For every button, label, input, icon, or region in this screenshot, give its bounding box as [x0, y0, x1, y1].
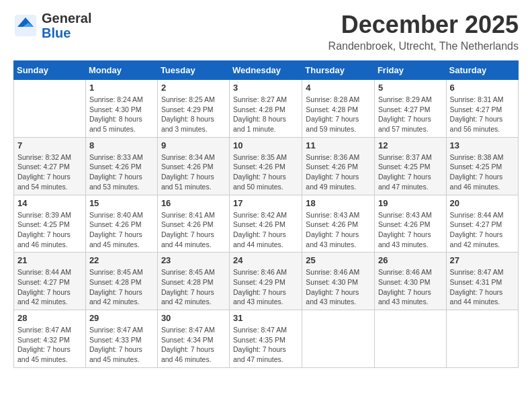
calendar-cell: 20Sunrise: 8:44 AMSunset: 4:27 PMDayligh… — [446, 195, 518, 253]
calendar-cell: 6Sunrise: 8:31 AMSunset: 4:27 PMDaylight… — [446, 80, 518, 138]
page-header: General Blue December 2025 Randenbroek, … — [13, 11, 519, 52]
day-number: 10 — [233, 140, 298, 150]
day-number: 15 — [89, 198, 154, 208]
day-info: Sunrise: 8:32 AMSunset: 4:27 PMDaylight:… — [17, 152, 82, 192]
day-number: 5 — [378, 83, 443, 93]
weekday-header-wednesday: Wednesday — [230, 61, 302, 80]
day-info: Sunrise: 8:46 AMSunset: 4:29 PMDaylight:… — [233, 267, 298, 307]
calendar-cell: 16Sunrise: 8:41 AMSunset: 4:26 PMDayligh… — [157, 195, 229, 253]
day-info: Sunrise: 8:42 AMSunset: 4:26 PMDaylight:… — [233, 210, 298, 250]
day-info: Sunrise: 8:28 AMSunset: 4:28 PMDaylight:… — [306, 95, 371, 134]
day-info: Sunrise: 8:44 AMSunset: 4:27 PMDaylight:… — [17, 267, 82, 307]
calendar-cell: 24Sunrise: 8:46 AMSunset: 4:29 PMDayligh… — [230, 253, 302, 310]
calendar-week-row: 7Sunrise: 8:32 AMSunset: 4:27 PMDaylight… — [14, 137, 519, 195]
calendar-cell: 25Sunrise: 8:46 AMSunset: 4:30 PMDayligh… — [302, 253, 375, 310]
calendar-cell: 21Sunrise: 8:44 AMSunset: 4:27 PMDayligh… — [14, 253, 86, 310]
logo-line1: General — [42, 11, 91, 26]
calendar-week-row: 1Sunrise: 8:24 AMSunset: 4:30 PMDaylight… — [14, 80, 519, 138]
day-info: Sunrise: 8:34 AMSunset: 4:26 PMDaylight:… — [161, 152, 226, 192]
day-info: Sunrise: 8:25 AMSunset: 4:29 PMDaylight:… — [161, 95, 226, 134]
calendar-cell: 19Sunrise: 8:43 AMSunset: 4:26 PMDayligh… — [374, 195, 446, 253]
calendar-week-row: 21Sunrise: 8:44 AMSunset: 4:27 PMDayligh… — [14, 253, 519, 310]
calendar-cell — [446, 310, 518, 368]
day-number: 8 — [89, 140, 154, 150]
day-number: 17 — [233, 198, 298, 208]
title-block: December 2025 Randenbroek, Utrecht, The … — [328, 11, 519, 52]
calendar-cell: 18Sunrise: 8:43 AMSunset: 4:26 PMDayligh… — [302, 195, 375, 253]
weekday-header-sunday: Sunday — [14, 61, 86, 80]
day-number: 25 — [306, 255, 371, 265]
day-number: 28 — [17, 313, 82, 323]
calendar-cell: 29Sunrise: 8:47 AMSunset: 4:33 PMDayligh… — [85, 310, 157, 368]
calendar-cell: 3Sunrise: 8:27 AMSunset: 4:28 PMDaylight… — [230, 80, 302, 138]
calendar-cell: 7Sunrise: 8:32 AMSunset: 4:27 PMDaylight… — [14, 137, 86, 195]
day-info: Sunrise: 8:45 AMSunset: 4:28 PMDaylight:… — [161, 267, 226, 307]
day-number: 12 — [378, 140, 443, 150]
weekday-header-row: SundayMondayTuesdayWednesdayThursdayFrid… — [14, 61, 519, 80]
calendar-cell: 1Sunrise: 8:24 AMSunset: 4:30 PMDaylight… — [85, 80, 157, 138]
day-number: 31 — [233, 313, 298, 323]
day-info: Sunrise: 8:31 AMSunset: 4:27 PMDaylight:… — [450, 95, 515, 134]
day-info: Sunrise: 8:36 AMSunset: 4:26 PMDaylight:… — [306, 152, 371, 192]
day-info: Sunrise: 8:47 AMSunset: 4:31 PMDaylight:… — [450, 267, 515, 307]
day-info: Sunrise: 8:45 AMSunset: 4:28 PMDaylight:… — [89, 267, 154, 307]
calendar-cell: 17Sunrise: 8:42 AMSunset: 4:26 PMDayligh… — [230, 195, 302, 253]
day-number: 21 — [17, 255, 82, 265]
weekday-header-thursday: Thursday — [302, 61, 375, 80]
day-info: Sunrise: 8:43 AMSunset: 4:26 PMDaylight:… — [306, 210, 371, 250]
day-number: 1 — [89, 83, 154, 93]
day-info: Sunrise: 8:38 AMSunset: 4:25 PMDaylight:… — [450, 152, 515, 192]
day-info: Sunrise: 8:35 AMSunset: 4:26 PMDaylight:… — [233, 152, 298, 192]
day-number: 3 — [233, 83, 298, 93]
weekday-header-saturday: Saturday — [446, 61, 518, 80]
day-info: Sunrise: 8:46 AMSunset: 4:30 PMDaylight:… — [378, 267, 443, 307]
day-info: Sunrise: 8:43 AMSunset: 4:26 PMDaylight:… — [378, 210, 443, 250]
day-info: Sunrise: 8:46 AMSunset: 4:30 PMDaylight:… — [306, 267, 371, 307]
calendar-cell: 8Sunrise: 8:33 AMSunset: 4:26 PMDaylight… — [85, 137, 157, 195]
calendar-cell: 2Sunrise: 8:25 AMSunset: 4:29 PMDaylight… — [157, 80, 229, 138]
day-info: Sunrise: 8:44 AMSunset: 4:27 PMDaylight:… — [450, 210, 515, 250]
day-number: 20 — [450, 198, 515, 208]
calendar-cell: 22Sunrise: 8:45 AMSunset: 4:28 PMDayligh… — [85, 253, 157, 310]
logo-line2: Blue — [42, 26, 91, 40]
calendar-week-row: 14Sunrise: 8:39 AMSunset: 4:25 PMDayligh… — [14, 195, 519, 253]
day-number: 27 — [450, 255, 515, 265]
logo-icon — [13, 13, 38, 38]
day-number: 19 — [378, 198, 443, 208]
calendar-cell: 12Sunrise: 8:37 AMSunset: 4:25 PMDayligh… — [374, 137, 446, 195]
calendar-cell: 4Sunrise: 8:28 AMSunset: 4:28 PMDaylight… — [302, 80, 375, 138]
day-info: Sunrise: 8:47 AMSunset: 4:32 PMDaylight:… — [17, 325, 82, 365]
calendar-cell — [14, 80, 86, 138]
calendar-cell: 31Sunrise: 8:47 AMSunset: 4:35 PMDayligh… — [230, 310, 302, 368]
day-info: Sunrise: 8:40 AMSunset: 4:26 PMDaylight:… — [89, 210, 154, 250]
calendar-cell: 13Sunrise: 8:38 AMSunset: 4:25 PMDayligh… — [446, 137, 518, 195]
calendar-cell: 23Sunrise: 8:45 AMSunset: 4:28 PMDayligh… — [157, 253, 229, 310]
calendar-table: SundayMondayTuesdayWednesdayThursdayFrid… — [13, 60, 519, 368]
calendar-cell: 11Sunrise: 8:36 AMSunset: 4:26 PMDayligh… — [302, 137, 375, 195]
day-number: 6 — [450, 83, 515, 93]
day-info: Sunrise: 8:24 AMSunset: 4:30 PMDaylight:… — [89, 95, 154, 134]
location-title: Randenbroek, Utrecht, The Netherlands — [328, 40, 519, 52]
weekday-header-tuesday: Tuesday — [157, 61, 229, 80]
day-info: Sunrise: 8:29 AMSunset: 4:27 PMDaylight:… — [378, 95, 443, 134]
day-number: 26 — [378, 255, 443, 265]
day-number: 13 — [450, 140, 515, 150]
day-info: Sunrise: 8:27 AMSunset: 4:28 PMDaylight:… — [233, 95, 298, 134]
day-number: 30 — [161, 313, 226, 323]
day-info: Sunrise: 8:39 AMSunset: 4:25 PMDaylight:… — [17, 210, 82, 250]
day-number: 9 — [161, 140, 226, 150]
calendar-cell: 10Sunrise: 8:35 AMSunset: 4:26 PMDayligh… — [230, 137, 302, 195]
calendar-cell — [302, 310, 375, 368]
calendar-cell: 15Sunrise: 8:40 AMSunset: 4:26 PMDayligh… — [85, 195, 157, 253]
day-info: Sunrise: 8:47 AMSunset: 4:33 PMDaylight:… — [89, 325, 154, 365]
day-info: Sunrise: 8:47 AMSunset: 4:35 PMDaylight:… — [233, 325, 298, 365]
month-title: December 2025 — [328, 11, 519, 39]
calendar-cell: 9Sunrise: 8:34 AMSunset: 4:26 PMDaylight… — [157, 137, 229, 195]
calendar-cell: 30Sunrise: 8:47 AMSunset: 4:34 PMDayligh… — [157, 310, 229, 368]
calendar-cell: 14Sunrise: 8:39 AMSunset: 4:25 PMDayligh… — [14, 195, 86, 253]
day-info: Sunrise: 8:37 AMSunset: 4:25 PMDaylight:… — [378, 152, 443, 192]
day-number: 14 — [17, 198, 82, 208]
day-number: 23 — [161, 255, 226, 265]
day-number: 22 — [89, 255, 154, 265]
calendar-cell: 27Sunrise: 8:47 AMSunset: 4:31 PMDayligh… — [446, 253, 518, 310]
